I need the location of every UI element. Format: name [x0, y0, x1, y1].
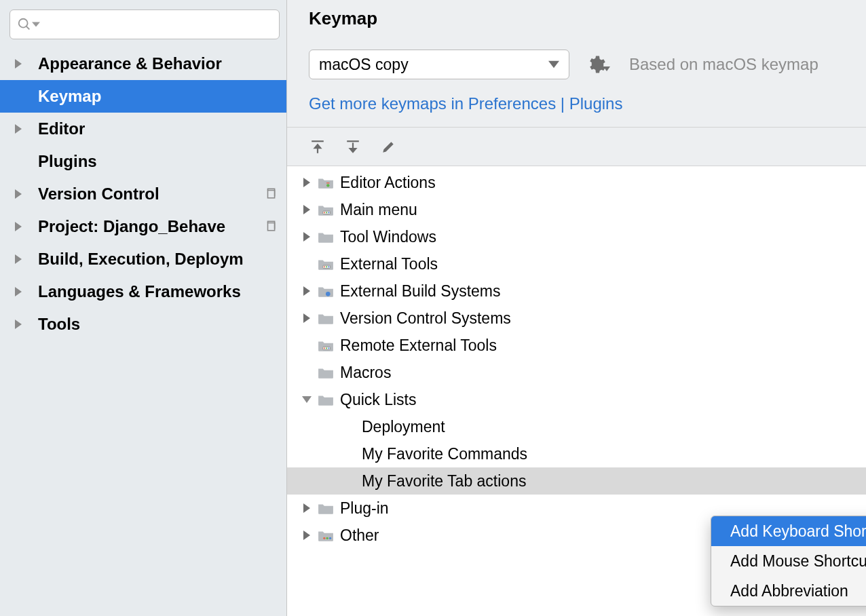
pencil-icon [381, 140, 396, 155]
tree-item[interactable]: Macros [287, 359, 866, 386]
sidebar-item-label: Project: Django_Behave [38, 217, 225, 236]
context-menu-item[interactable]: Add Mouse Shortcut [711, 546, 866, 576]
svg-marker-6 [603, 66, 610, 71]
chevron-right-icon [15, 124, 29, 134]
sidebar-item-label: Languages & Frameworks [38, 282, 241, 301]
svg-rect-10 [347, 140, 359, 142]
chevron-right-icon [15, 222, 29, 231]
sidebar-item-appearance-behavior[interactable]: Appearance & Behavior [0, 47, 286, 80]
sidebar-item-keymap[interactable]: Keymap [0, 80, 286, 113]
sidebar-item-label: Version Control [38, 185, 159, 204]
tree-item[interactable]: Remote External Tools [287, 332, 866, 359]
expand-all-button[interactable] [309, 138, 326, 156]
sidebar-item-label: Plugins [38, 152, 97, 171]
svg-point-23 [326, 292, 331, 296]
tree-item-label: Tool Windows [340, 228, 436, 246]
context-menu-item[interactable]: Add Keyboard Shortcut [711, 516, 866, 546]
edit-shortcut-button[interactable] [379, 138, 397, 156]
collapse-all-button[interactable] [344, 138, 362, 156]
settings-sidebar: Appearance & BehaviorKeymapEditorPlugins… [0, 0, 287, 616]
scope-icon [265, 185, 277, 204]
tree-item[interactable]: External Build Systems [287, 277, 866, 305]
chevron-down-icon [603, 66, 610, 72]
sidebar-item-build-execution-deploym[interactable]: Build, Execution, Deploym [0, 243, 286, 275]
keymap-selector-row: macOS copy Based on macOS keymap [309, 50, 844, 79]
tree-item-label: Main menu [340, 201, 417, 219]
sidebar-item-label: Keymap [38, 87, 101, 106]
tree-item[interactable]: Editor Actions [287, 169, 866, 196]
get-more-keymaps-link[interactable]: Get more keymaps in Preferences | Plugin… [309, 94, 844, 113]
sidebar-item-version-control[interactable]: Version Control [0, 178, 286, 210]
folder-tool-icon [317, 256, 335, 271]
chevron-down-icon [548, 60, 559, 69]
tree-item-label: Macros [340, 364, 391, 382]
sidebar-item-plugins[interactable]: Plugins [0, 145, 286, 178]
tree-item-label: External Build Systems [340, 282, 500, 301]
collapse-all-icon [345, 140, 360, 155]
tree-item-label: Deployment [362, 418, 445, 436]
chevron-right-icon [15, 254, 29, 264]
folder-icon [317, 392, 335, 407]
folder-icon [317, 311, 335, 326]
svg-rect-14 [326, 182, 329, 183]
sidebar-item-project-django-behave[interactable]: Project: Django_Behave [0, 210, 286, 243]
sidebar-item-editor[interactable]: Editor [0, 113, 286, 145]
folder-tool-icon [317, 338, 335, 353]
folder-gear-icon [317, 284, 335, 299]
tree-item-label: Other [340, 526, 379, 545]
chevron-right-icon [298, 232, 316, 242]
tree-item[interactable]: My Favorite Commands [287, 440, 866, 467]
keymap-dropdown[interactable]: macOS copy [309, 50, 569, 79]
sidebar-item-languages-frameworks[interactable]: Languages & Frameworks [0, 275, 286, 308]
sidebar-item-label: Appearance & Behavior [38, 54, 222, 73]
svg-point-29 [326, 537, 328, 539]
context-menu-item[interactable]: Add Abbreviation [711, 576, 866, 606]
svg-marker-5 [548, 61, 559, 69]
keymap-dropdown-value: macOS copy [319, 56, 409, 74]
sidebar-item-tools[interactable]: Tools [0, 308, 286, 341]
sidebar-search-input[interactable] [44, 17, 272, 33]
tree-item-label: Quick Lists [340, 391, 416, 409]
tree-item[interactable]: Tool Windows [287, 223, 866, 250]
svg-rect-25 [324, 347, 325, 349]
sidebar-search-wrap [0, 0, 286, 47]
tree-item[interactable]: Quick Lists [287, 386, 866, 413]
folder-icon [317, 229, 335, 244]
chevron-right-icon [298, 178, 316, 187]
chevron-right-icon [298, 531, 316, 540]
tree-item[interactable]: Version Control Systems [287, 305, 866, 332]
based-on-label: Based on macOS keymap [629, 55, 818, 74]
tree-item[interactable]: Main menu [287, 196, 866, 223]
actions-tree: Editor ActionsMain menuTool WindowsExter… [287, 166, 866, 549]
folder-color-icon [317, 528, 335, 543]
chevron-down-icon [32, 20, 40, 28]
tree-item-label: My Favorite Commands [362, 445, 527, 463]
sidebar-nav: Appearance & BehaviorKeymapEditorPlugins… [0, 47, 286, 341]
keymap-settings-button[interactable] [586, 54, 610, 75]
page-title: Keymap [309, 8, 844, 29]
tree-item[interactable]: My Favorite Tab actions [287, 467, 866, 495]
main-header: Keymap macOS copy Based on macOS keymap … [287, 0, 866, 128]
chevron-right-icon [15, 320, 29, 329]
svg-point-13 [326, 184, 329, 187]
svg-rect-20 [324, 266, 325, 267]
svg-rect-16 [324, 212, 325, 213]
chevron-right-icon [298, 313, 316, 323]
scope-icon [265, 217, 277, 236]
svg-point-30 [329, 537, 331, 539]
expand-all-icon [310, 140, 325, 155]
chevron-right-icon [15, 59, 29, 69]
chevron-down-icon [298, 396, 316, 403]
svg-rect-3 [268, 191, 275, 198]
tree-item-label: External Tools [340, 255, 438, 273]
tree-item[interactable]: External Tools [287, 250, 866, 277]
tree-item-label: Version Control Systems [340, 309, 511, 328]
chevron-right-icon [298, 205, 316, 214]
svg-rect-27 [328, 347, 329, 349]
sidebar-item-label: Editor [38, 119, 85, 138]
svg-rect-18 [328, 212, 329, 213]
chevron-right-icon [298, 286, 316, 296]
sidebar-search[interactable] [10, 9, 280, 39]
svg-marker-2 [32, 22, 40, 26]
tree-item[interactable]: Deployment [287, 413, 866, 440]
